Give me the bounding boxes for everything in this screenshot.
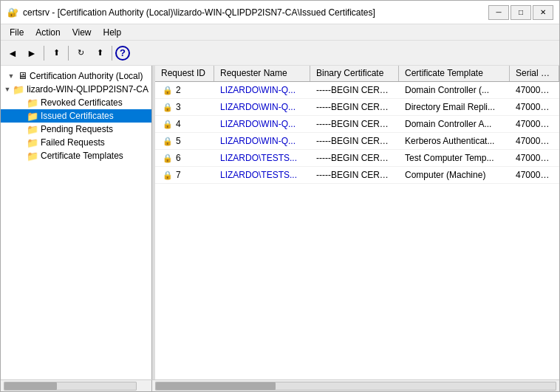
cert-icon: 🔒 <box>161 117 174 131</box>
right-scroll-track[interactable] <box>155 382 556 391</box>
cell-id: 🔒6 <box>155 150 214 166</box>
cell-template: Directory Email Repli... <box>399 100 510 114</box>
title-bar-left: 🔐 certsrv - [Certification Authority (Lo… <box>7 7 375 18</box>
list-panel: Request ID Requester Name Binary Certifi… <box>155 66 559 379</box>
tree-item-pending[interactable]: 📁 Pending Requests <box>1 123 151 136</box>
cell-template: Kerberos Authenticat... <box>399 134 510 148</box>
tree-pending-label: Pending Requests <box>41 124 113 134</box>
col-header-binary[interactable]: Binary Certificate <box>310 66 399 81</box>
cell-template: Test Computer Temp... <box>399 151 510 165</box>
tree-root[interactable]: ▼ 🖥 Certification Authority (Local) <box>1 69 151 83</box>
window-controls: ─ □ ✕ <box>488 5 553 20</box>
cell-binary: -----BEGIN CERTI... <box>310 117 399 131</box>
maximize-button[interactable]: □ <box>511 5 531 20</box>
menu-view[interactable]: View <box>66 26 98 39</box>
table-row[interactable]: 🔒4 LIZARDO\WIN-Q... -----BEGIN CERTI... … <box>155 116 559 133</box>
tree-item-revoked[interactable]: 📁 Revoked Certificates <box>1 96 151 109</box>
tree-item-templates[interactable]: 📁 Certificate Templates <box>1 149 151 162</box>
toolbar-separator-1 <box>44 46 44 61</box>
menu-bar: File Action View Help <box>1 24 559 41</box>
tree-templates-label: Certificate Templates <box>41 151 123 161</box>
tree-root-toggle[interactable]: ▼ <box>7 72 16 80</box>
tree-ca-label: lizardo-WIN-QLIPDP2ISN7-CA <box>27 84 148 94</box>
toolbar: ◄ ► ⬆ ↻ ⬆ ? <box>1 41 559 66</box>
tree-issued-label: Issued Certificates <box>41 111 114 121</box>
tree-item-issued[interactable]: 📁 Issued Certificates <box>1 109 151 123</box>
minimize-button[interactable]: ─ <box>488 5 509 20</box>
col-header-request-id[interactable]: Request ID <box>155 66 214 81</box>
cell-requester: LIZARDO\WIN-Q... <box>214 117 310 131</box>
cell-serial: 4700000006cae... <box>510 151 559 165</box>
col-header-requester[interactable]: Requester Name <box>214 66 310 81</box>
col-header-serial[interactable]: Serial Number <box>510 66 559 81</box>
split-container: ▼ 🖥 Certification Authority (Local) ▼ 📁 … <box>1 66 559 379</box>
menu-help[interactable]: Help <box>98 26 128 39</box>
tree-ca-node[interactable]: ▼ 📁 lizardo-WIN-QLIPDP2ISN7-CA <box>1 83 151 96</box>
bottom-scrollbars <box>1 379 559 391</box>
right-horizontal-scrollbar[interactable] <box>152 380 559 391</box>
cell-id: 🔒3 <box>155 99 214 115</box>
menu-action[interactable]: Action <box>30 26 66 39</box>
cell-binary: -----BEGIN CERTI... <box>310 83 399 97</box>
menu-file[interactable]: File <box>4 26 30 39</box>
app-icon: 🔐 <box>7 7 18 18</box>
left-scroll-track[interactable] <box>4 382 137 391</box>
main-window: 🔐 certsrv - [Certification Authority (Lo… <box>0 0 560 392</box>
list-header: Request ID Requester Name Binary Certifi… <box>155 66 559 82</box>
toolbar-separator-2 <box>68 46 69 61</box>
title-bar: 🔐 certsrv - [Certification Authority (Lo… <box>1 1 559 24</box>
issued-folder-icon: 📁 <box>27 111 38 121</box>
tree-revoked-label: Revoked Certificates <box>41 97 123 108</box>
cert-icon: 🔒 <box>161 151 174 165</box>
window-title: certsrv - [Certification Authority (Loca… <box>23 7 375 18</box>
refresh-button[interactable]: ↻ <box>72 44 89 62</box>
cell-requester: LIZARDO\TESTS... <box>214 168 310 182</box>
tree-failed-label: Failed Requests <box>41 137 105 148</box>
left-scroll-thumb[interactable] <box>4 382 57 390</box>
tree-ca-toggle[interactable]: ▼ <box>4 85 10 94</box>
export-button[interactable]: ⬆ <box>91 44 109 62</box>
cell-binary: -----BEGIN CERTI... <box>310 168 399 182</box>
cert-icon: 🔒 <box>161 100 174 114</box>
right-scroll-thumb[interactable] <box>156 382 276 390</box>
cell-id: 🔒7 <box>155 167 214 183</box>
cell-binary: -----BEGIN CERTI... <box>310 151 399 165</box>
cert-icon: 🔒 <box>161 168 174 182</box>
list-body: 🔒2 LIZARDO\WIN-Q... -----BEGIN CERTI... … <box>155 82 559 379</box>
cell-requester: LIZARDO\TESTS... <box>214 151 310 165</box>
tree-item-failed[interactable]: 📁 Failed Requests <box>1 136 151 149</box>
cell-binary: -----BEGIN CERTI... <box>310 134 399 148</box>
table-row[interactable]: 🔒2 LIZARDO\WIN-Q... -----BEGIN CERTI... … <box>155 82 559 99</box>
cell-id: 🔒4 <box>155 116 214 132</box>
revoked-folder-icon: 📁 <box>27 97 38 108</box>
cell-serial: 47000000007842... <box>510 168 559 182</box>
cell-serial: 47000000025c2... <box>510 83 559 97</box>
back-button[interactable]: ◄ <box>4 44 21 62</box>
templates-folder-icon: 📁 <box>27 151 38 161</box>
col-header-template[interactable]: Certificate Template <box>399 66 510 81</box>
cert-icon: 🔒 <box>161 83 174 97</box>
table-row[interactable]: 🔒6 LIZARDO\TESTS... -----BEGIN CERTI... … <box>155 150 559 167</box>
cell-template: Domain Controller (... <box>399 83 510 97</box>
toolbar-separator-3 <box>112 46 112 61</box>
cell-template: Domain Controller A... <box>399 117 510 131</box>
forward-button[interactable]: ► <box>23 44 41 62</box>
cell-serial: 470000000539f... <box>510 134 559 148</box>
ca-folder-icon: 📁 <box>13 84 24 94</box>
left-horizontal-scrollbar[interactable] <box>1 380 152 391</box>
table-row[interactable]: 🔒3 LIZARDO\WIN-Q... -----BEGIN CERTI... … <box>155 99 559 116</box>
cell-id: 🔒5 <box>155 133 214 149</box>
close-button[interactable]: ✕ <box>533 5 553 20</box>
cell-serial: 4700000030ba... <box>510 100 559 114</box>
tree-root-label: Certification Authority (Local) <box>30 71 143 81</box>
table-row[interactable]: 🔒7 LIZARDO\TESTS... -----BEGIN CERTI... … <box>155 167 559 184</box>
table-row[interactable]: 🔒5 LIZARDO\WIN-Q... -----BEGIN CERTI... … <box>155 133 559 150</box>
cell-serial: 4700000042be... <box>510 117 559 131</box>
cell-template: Computer (Machine) <box>399 168 510 182</box>
up-button[interactable]: ⬆ <box>47 44 65 62</box>
help-button[interactable]: ? <box>115 46 130 61</box>
cell-requester: LIZARDO\WIN-Q... <box>214 100 310 114</box>
failed-folder-icon: 📁 <box>27 137 38 148</box>
cell-binary: -----BEGIN CERTI... <box>310 100 399 114</box>
cell-requester: LIZARDO\WIN-Q... <box>214 83 310 97</box>
